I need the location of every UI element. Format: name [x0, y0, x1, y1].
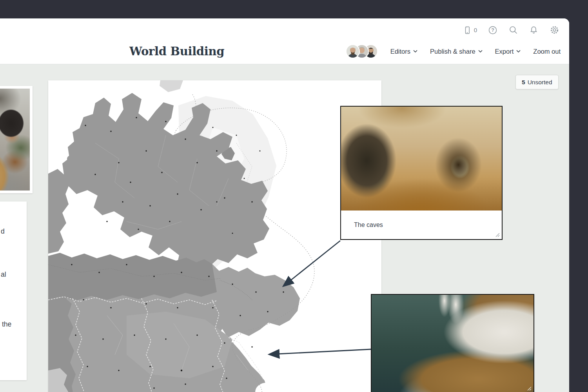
resize-handle-icon[interactable]	[494, 232, 500, 237]
publish-share-label: Publish & share	[430, 48, 475, 55]
board-canvas: d al the The caves	[0, 64, 569, 392]
text-note-card[interactable]: d al the	[0, 201, 27, 380]
notifications-button[interactable]	[529, 25, 539, 35]
settings-button[interactable]	[549, 25, 560, 35]
text-fragment: d	[1, 227, 5, 236]
grayscale-region-map	[48, 80, 381, 392]
zoom-out-button[interactable]: Zoom out	[533, 48, 561, 55]
zoom-out-label: Zoom out	[533, 48, 561, 55]
cliffs-image-card[interactable]	[371, 294, 534, 392]
editors-menu[interactable]: Editors	[390, 48, 417, 55]
export-menu[interactable]: Export	[495, 48, 521, 55]
mobile-count: 0	[474, 27, 477, 33]
text-fragment: the	[2, 320, 11, 328]
board-title[interactable]: World Building	[129, 45, 224, 58]
chevron-down-icon	[516, 50, 521, 53]
white-cliffs-and-sea-aerial-photo	[372, 295, 534, 392]
help-button[interactable]: ?	[488, 25, 498, 35]
unsorted-badge[interactable]: 5 Unsorted	[515, 75, 559, 89]
chevron-down-icon	[478, 50, 483, 53]
gear-icon	[549, 25, 560, 35]
editor-avatars[interactable]	[346, 44, 378, 58]
app-window: 0 ?	[0, 18, 569, 392]
help-icon: ?	[488, 25, 498, 35]
resize-handle-icon[interactable]	[526, 385, 532, 391]
search-icon	[508, 25, 518, 35]
caves-caption: The caves	[341, 211, 502, 239]
board-header: 0 ?	[0, 18, 569, 64]
editors-menu-label: Editors	[390, 48, 410, 55]
caves-image-card[interactable]: The caves	[340, 106, 503, 240]
svg-text:?: ?	[491, 27, 494, 33]
header-main-row: World Building	[0, 41, 569, 62]
export-menu-label: Export	[495, 48, 514, 55]
unsorted-label: Unsorted	[528, 79, 552, 86]
bearded-man-avatar	[346, 44, 360, 58]
chevron-down-icon	[413, 50, 417, 53]
mobile-icon	[463, 25, 472, 35]
unsorted-count: 5	[522, 79, 525, 86]
publish-share-menu[interactable]: Publish & share	[430, 48, 483, 55]
mobile-button[interactable]: 0	[463, 25, 477, 35]
search-button[interactable]	[508, 25, 518, 35]
cave-tunnels-photo	[341, 107, 502, 211]
people-at-market-photo	[0, 89, 30, 191]
status-icon-row: 0 ?	[463, 25, 560, 35]
people-photo-card[interactable]	[0, 86, 33, 193]
bell-icon	[529, 25, 539, 35]
text-fragment: al	[1, 270, 6, 279]
map-card[interactable]	[48, 80, 381, 392]
